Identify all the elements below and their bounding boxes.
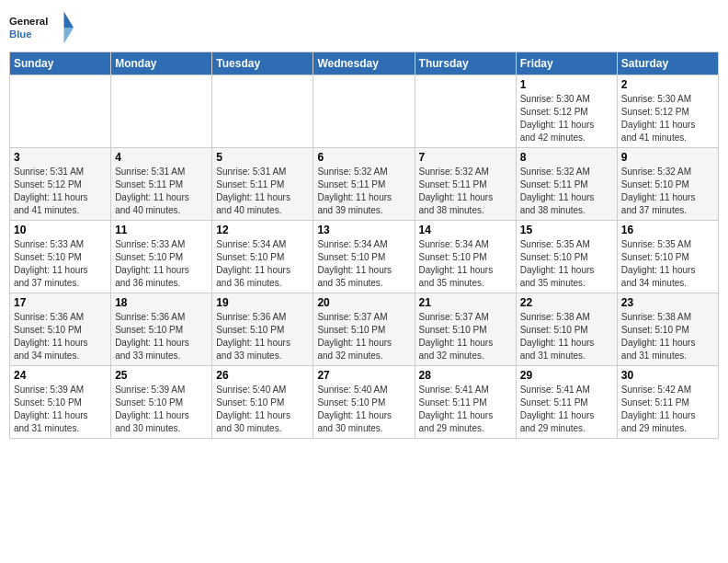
day-cell: 3Sunrise: 5:31 AM Sunset: 5:12 PM Daylig…: [10, 148, 111, 221]
day-cell: [313, 75, 415, 148]
day-cell: 16Sunrise: 5:35 AM Sunset: 5:10 PM Dayli…: [617, 221, 718, 293]
day-number: 11: [115, 224, 208, 236]
day-cell: 25Sunrise: 5:39 AM Sunset: 5:10 PM Dayli…: [111, 366, 212, 439]
svg-marker-3: [64, 28, 74, 44]
day-number: 22: [520, 296, 613, 309]
day-number: 26: [216, 369, 309, 382]
day-number: 20: [317, 296, 410, 309]
day-info: Sunrise: 5:30 AM Sunset: 5:12 PM Dayligh…: [621, 93, 714, 144]
day-info: Sunrise: 5:37 AM Sunset: 5:10 PM Dayligh…: [419, 311, 512, 362]
page-header: General Blue: [9, 9, 719, 46]
day-info: Sunrise: 5:31 AM Sunset: 5:12 PM Dayligh…: [14, 166, 107, 217]
day-info: Sunrise: 5:31 AM Sunset: 5:11 PM Dayligh…: [115, 166, 208, 217]
svg-marker-2: [64, 12, 74, 29]
weekday-header-monday: Monday: [111, 52, 212, 75]
day-info: Sunrise: 5:32 AM Sunset: 5:11 PM Dayligh…: [317, 166, 410, 217]
day-cell: [415, 75, 516, 148]
day-number: 7: [419, 151, 512, 164]
day-cell: 17Sunrise: 5:36 AM Sunset: 5:10 PM Dayli…: [10, 293, 111, 366]
day-cell: 10Sunrise: 5:33 AM Sunset: 5:10 PM Dayli…: [10, 221, 111, 293]
svg-text:General: General: [9, 16, 48, 27]
day-number: 10: [14, 224, 107, 236]
day-info: Sunrise: 5:34 AM Sunset: 5:10 PM Dayligh…: [216, 238, 309, 290]
day-number: 5: [216, 151, 309, 164]
logo-icon: General Blue: [9, 9, 74, 46]
calendar-header: SundayMondayTuesdayWednesdayThursdayFrid…: [10, 52, 719, 75]
day-number: 25: [115, 369, 208, 382]
weekday-header-thursday: Thursday: [415, 52, 516, 75]
day-cell: 20Sunrise: 5:37 AM Sunset: 5:10 PM Dayli…: [313, 293, 415, 366]
day-info: Sunrise: 5:39 AM Sunset: 5:10 PM Dayligh…: [14, 384, 107, 435]
day-cell: 18Sunrise: 5:36 AM Sunset: 5:10 PM Dayli…: [111, 293, 212, 366]
day-info: Sunrise: 5:35 AM Sunset: 5:10 PM Dayligh…: [621, 238, 714, 290]
day-info: Sunrise: 5:37 AM Sunset: 5:10 PM Dayligh…: [317, 311, 410, 362]
week-row-1: 1Sunrise: 5:30 AM Sunset: 5:12 PM Daylig…: [10, 75, 719, 148]
svg-text:Blue: Blue: [9, 29, 32, 40]
day-cell: 19Sunrise: 5:36 AM Sunset: 5:10 PM Dayli…: [212, 293, 313, 366]
day-cell: 24Sunrise: 5:39 AM Sunset: 5:10 PM Dayli…: [10, 366, 111, 439]
weekday-row: SundayMondayTuesdayWednesdayThursdayFrid…: [10, 52, 719, 75]
day-number: 24: [14, 369, 107, 382]
day-number: 18: [115, 296, 208, 309]
day-cell: 7Sunrise: 5:32 AM Sunset: 5:11 PM Daylig…: [415, 148, 516, 221]
day-cell: 26Sunrise: 5:40 AM Sunset: 5:10 PM Dayli…: [212, 366, 313, 439]
day-number: 12: [216, 224, 309, 236]
day-cell: 6Sunrise: 5:32 AM Sunset: 5:11 PM Daylig…: [313, 148, 415, 221]
weekday-header-friday: Friday: [516, 52, 617, 75]
day-number: 21: [419, 296, 512, 309]
week-row-3: 10Sunrise: 5:33 AM Sunset: 5:10 PM Dayli…: [10, 221, 719, 293]
weekday-header-wednesday: Wednesday: [313, 52, 415, 75]
day-cell: 22Sunrise: 5:38 AM Sunset: 5:10 PM Dayli…: [516, 293, 617, 366]
day-cell: 21Sunrise: 5:37 AM Sunset: 5:10 PM Dayli…: [415, 293, 516, 366]
day-info: Sunrise: 5:32 AM Sunset: 5:11 PM Dayligh…: [520, 166, 613, 217]
day-info: Sunrise: 5:38 AM Sunset: 5:10 PM Dayligh…: [520, 311, 613, 362]
day-number: 3: [14, 151, 107, 164]
day-cell: 11Sunrise: 5:33 AM Sunset: 5:10 PM Dayli…: [111, 221, 212, 293]
day-info: Sunrise: 5:32 AM Sunset: 5:10 PM Dayligh…: [621, 166, 714, 217]
day-cell: 9Sunrise: 5:32 AM Sunset: 5:10 PM Daylig…: [617, 148, 718, 221]
day-info: Sunrise: 5:36 AM Sunset: 5:10 PM Dayligh…: [216, 311, 309, 362]
day-info: Sunrise: 5:41 AM Sunset: 5:11 PM Dayligh…: [520, 384, 613, 435]
day-info: Sunrise: 5:39 AM Sunset: 5:10 PM Dayligh…: [115, 384, 208, 435]
day-cell: 2Sunrise: 5:30 AM Sunset: 5:12 PM Daylig…: [617, 75, 718, 148]
day-info: Sunrise: 5:36 AM Sunset: 5:10 PM Dayligh…: [14, 311, 107, 362]
day-cell: 5Sunrise: 5:31 AM Sunset: 5:11 PM Daylig…: [212, 148, 313, 221]
day-info: Sunrise: 5:41 AM Sunset: 5:11 PM Dayligh…: [419, 384, 512, 435]
week-row-2: 3Sunrise: 5:31 AM Sunset: 5:12 PM Daylig…: [10, 148, 719, 221]
day-cell: 27Sunrise: 5:40 AM Sunset: 5:10 PM Dayli…: [313, 366, 415, 439]
day-cell: 12Sunrise: 5:34 AM Sunset: 5:10 PM Dayli…: [212, 221, 313, 293]
calendar-body: 1Sunrise: 5:30 AM Sunset: 5:12 PM Daylig…: [10, 75, 719, 439]
day-cell: [212, 75, 313, 148]
day-info: Sunrise: 5:32 AM Sunset: 5:11 PM Dayligh…: [419, 166, 512, 217]
day-number: 29: [520, 369, 613, 382]
day-number: 15: [520, 224, 613, 236]
day-cell: [111, 75, 212, 148]
day-info: Sunrise: 5:38 AM Sunset: 5:10 PM Dayligh…: [621, 311, 714, 362]
day-cell: 30Sunrise: 5:42 AM Sunset: 5:11 PM Dayli…: [617, 366, 718, 439]
day-cell: 13Sunrise: 5:34 AM Sunset: 5:10 PM Dayli…: [313, 221, 415, 293]
day-info: Sunrise: 5:40 AM Sunset: 5:10 PM Dayligh…: [317, 384, 410, 435]
day-number: 23: [621, 296, 714, 309]
day-number: 27: [317, 369, 410, 382]
day-info: Sunrise: 5:40 AM Sunset: 5:10 PM Dayligh…: [216, 384, 309, 435]
day-cell: 1Sunrise: 5:30 AM Sunset: 5:12 PM Daylig…: [516, 75, 617, 148]
day-info: Sunrise: 5:34 AM Sunset: 5:10 PM Dayligh…: [317, 238, 410, 290]
day-cell: 4Sunrise: 5:31 AM Sunset: 5:11 PM Daylig…: [111, 148, 212, 221]
calendar-table: SundayMondayTuesdayWednesdayThursdayFrid…: [9, 52, 719, 439]
day-number: 4: [115, 151, 208, 164]
day-number: 19: [216, 296, 309, 309]
day-number: 1: [520, 78, 613, 91]
weekday-header-tuesday: Tuesday: [212, 52, 313, 75]
day-number: 6: [317, 151, 410, 164]
weekday-header-saturday: Saturday: [617, 52, 718, 75]
day-number: 17: [14, 296, 107, 309]
day-info: Sunrise: 5:36 AM Sunset: 5:10 PM Dayligh…: [115, 311, 208, 362]
day-number: 16: [621, 224, 714, 236]
day-cell: 8Sunrise: 5:32 AM Sunset: 5:11 PM Daylig…: [516, 148, 617, 221]
weekday-header-sunday: Sunday: [10, 52, 111, 75]
day-number: 14: [419, 224, 512, 236]
day-cell: [10, 75, 111, 148]
day-number: 8: [520, 151, 613, 164]
day-info: Sunrise: 5:33 AM Sunset: 5:10 PM Dayligh…: [115, 238, 208, 290]
day-info: Sunrise: 5:31 AM Sunset: 5:11 PM Dayligh…: [216, 166, 309, 217]
